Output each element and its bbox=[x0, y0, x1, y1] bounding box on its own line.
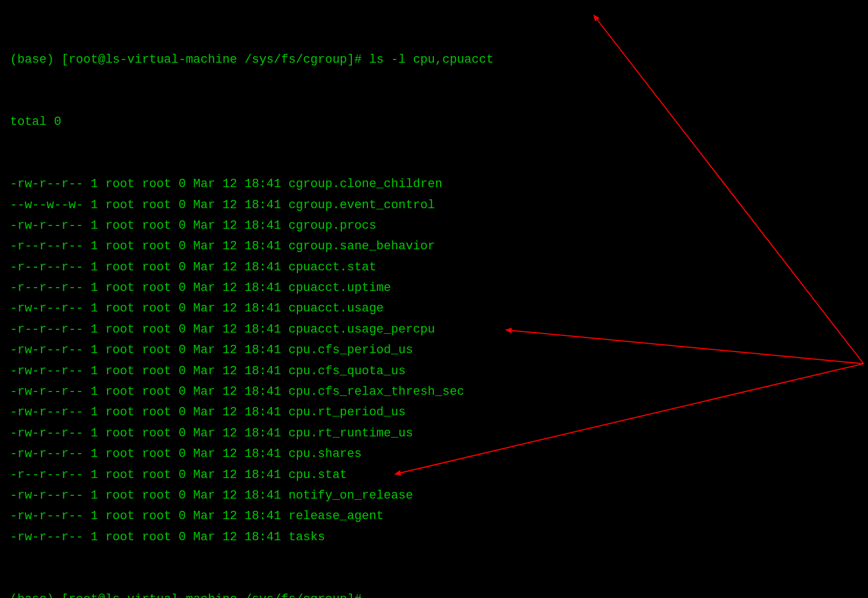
file-row: -rw-r--r-- 1 root root 0 Mar 12 18:41 re… bbox=[10, 506, 858, 526]
file-row: -r--r--r-- 1 root root 0 Mar 12 18:41 cp… bbox=[10, 465, 858, 485]
file-row: -rw-r--r-- 1 root root 0 Mar 12 18:41 cp… bbox=[10, 381, 858, 402]
prompt-suffix: ]# bbox=[347, 53, 369, 67]
prompt-prefix: (base) bbox=[10, 592, 61, 598]
file-row: -rw-r--r-- 1 root root 0 Mar 12 18:41 cp… bbox=[10, 340, 858, 360]
file-row: -rw-r--r-- 1 root root 0 Mar 12 18:41 cg… bbox=[10, 215, 858, 236]
file-row: -r--r--r-- 1 root root 0 Mar 12 18:41 cp… bbox=[10, 319, 858, 340]
prompt-cwd: /sys/fs/cgroup bbox=[244, 53, 347, 67]
file-row: -r--r--r-- 1 root root 0 Mar 12 18:41 cp… bbox=[10, 278, 858, 298]
prompt-user-host: [root@ls-virtual-machine bbox=[61, 53, 244, 67]
prompt-prefix: (base) bbox=[10, 53, 61, 67]
command-text: ls -l cpu,cpuacct bbox=[369, 53, 493, 67]
file-row: -rw-r--r-- 1 root root 0 Mar 12 18:41 cp… bbox=[10, 444, 858, 464]
file-row: -rw-r--r-- 1 root root 0 Mar 12 18:41 ta… bbox=[10, 527, 858, 547]
total-line: total 0 bbox=[10, 112, 858, 132]
file-listing: -rw-r--r-- 1 root root 0 Mar 12 18:41 cg… bbox=[10, 174, 858, 547]
file-row: -rw-r--r-- 1 root root 0 Mar 12 18:41 cp… bbox=[10, 361, 858, 381]
prompt-cwd: /sys/fs/cgroup bbox=[244, 592, 347, 598]
file-row: -rw-r--r-- 1 root root 0 Mar 12 18:41 cp… bbox=[10, 298, 858, 319]
file-row: -rw-r--r-- 1 root root 0 Mar 12 18:41 cp… bbox=[10, 402, 858, 423]
terminal-output[interactable]: (base) [root@ls-virtual-machine /sys/fs/… bbox=[0, 0, 868, 598]
file-row: --w--w--w- 1 root root 0 Mar 12 18:41 cg… bbox=[10, 195, 858, 215]
file-row: -rw-r--r-- 1 root root 0 Mar 12 18:41 no… bbox=[10, 485, 858, 506]
file-row: -rw-r--r-- 1 root root 0 Mar 12 18:41 cp… bbox=[10, 423, 858, 444]
prompt-line-1: (base) [root@ls-virtual-machine /sys/fs/… bbox=[10, 49, 858, 70]
prompt-line-2[interactable]: (base) [root@ls-virtual-machine /sys/fs/… bbox=[10, 589, 858, 598]
file-row: -rw-r--r-- 1 root root 0 Mar 12 18:41 cg… bbox=[10, 174, 858, 194]
prompt-suffix: ]# bbox=[347, 592, 369, 598]
file-row: -r--r--r-- 1 root root 0 Mar 12 18:41 cg… bbox=[10, 236, 858, 257]
file-row: -r--r--r-- 1 root root 0 Mar 12 18:41 cp… bbox=[10, 257, 858, 278]
prompt-user-host: [root@ls-virtual-machine bbox=[61, 592, 244, 598]
